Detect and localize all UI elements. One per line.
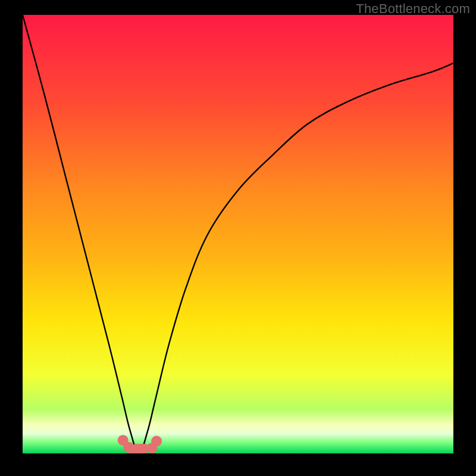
- chart-stage: TheBottleneck.com: [0, 0, 476, 476]
- svg-point-5: [151, 436, 162, 446]
- watermark-text: TheBottleneck.com: [356, 1, 470, 17]
- chart-svg: [23, 15, 453, 453]
- chart-plot-area: [23, 15, 453, 453]
- background-rect: [23, 15, 453, 453]
